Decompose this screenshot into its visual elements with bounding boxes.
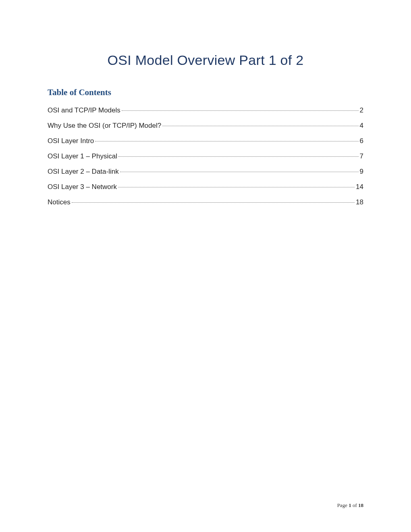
toc-label: OSI Layer 1 – Physical — [48, 152, 117, 160]
toc-page-number: 4 — [360, 122, 363, 130]
toc-leader — [72, 202, 355, 203]
toc-entry[interactable]: Why Use the OSI (or TCP/IP) Model? 4 — [48, 122, 363, 130]
toc-page-number: 7 — [360, 152, 363, 160]
toc-leader — [118, 187, 355, 187]
toc-page-number: 2 — [360, 106, 363, 114]
toc-page-number: 6 — [360, 137, 363, 145]
footer-of: of — [351, 502, 358, 508]
toc-entry[interactable]: OSI Layer 3 – Network 14 — [48, 183, 363, 191]
footer-total-pages: 18 — [358, 502, 363, 508]
toc-page-number: 14 — [356, 183, 363, 191]
document-title: OSI Model Overview Part 1 of 2 — [48, 52, 363, 68]
toc-list: OSI and TCP/IP Models 2 Why Use the OSI … — [48, 106, 363, 206]
footer-prefix: Page — [337, 502, 349, 508]
toc-label: OSI Layer 2 – Data-link — [48, 168, 119, 176]
toc-leader — [95, 141, 358, 141]
toc-entry[interactable]: OSI Layer 2 – Data-link 9 — [48, 168, 363, 176]
toc-entry[interactable]: OSI and TCP/IP Models 2 — [48, 106, 363, 114]
toc-heading: Table of Contents — [48, 87, 363, 98]
toc-page-number: 9 — [360, 168, 363, 176]
toc-label: OSI Layer Intro — [48, 137, 94, 145]
toc-entry[interactable]: OSI Layer 1 – Physical 7 — [48, 152, 363, 160]
toc-entry[interactable]: OSI Layer Intro 6 — [48, 137, 363, 145]
toc-entry[interactable]: Notices 18 — [48, 198, 363, 206]
page-footer: Page 1 of 18 — [337, 502, 363, 509]
toc-label: OSI Layer 3 – Network — [48, 183, 117, 191]
toc-leader — [120, 172, 359, 172]
document-page: OSI Model Overview Part 1 of 2 Table of … — [0, 0, 411, 206]
toc-label: Notices — [48, 198, 71, 206]
toc-label: OSI and TCP/IP Models — [48, 106, 120, 114]
toc-page-number: 18 — [356, 198, 363, 206]
toc-label: Why Use the OSI (or TCP/IP) Model? — [48, 122, 161, 130]
toc-leader — [122, 110, 359, 111]
toc-leader — [162, 126, 358, 126]
toc-leader — [118, 156, 359, 157]
